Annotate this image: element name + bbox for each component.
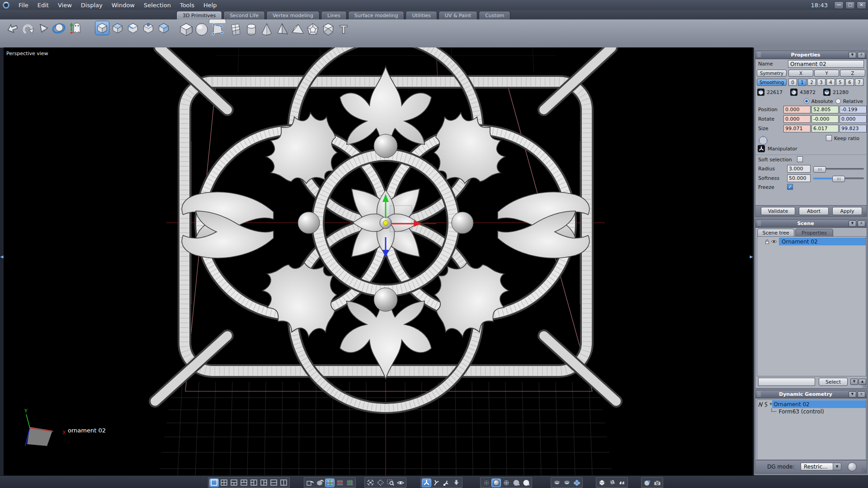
scene-tree-area[interactable]: Ornament 02 [757,236,866,376]
position-x-input[interactable] [783,106,811,113]
radius-slider-handle[interactable] [813,166,826,173]
volume-snap-icon[interactable] [315,479,325,487]
left-panel-collapse-arrow[interactable]: ◀ [0,253,4,260]
panel-menu-arrow-icon[interactable]: ▼ [849,221,856,227]
absolute-radio[interactable] [804,99,809,104]
close-button[interactable]: ✕ [857,1,866,9]
smoothing-button[interactable]: Smoothing [757,79,787,86]
plane-icon[interactable] [228,22,242,37]
smoothing-level-7[interactable]: 7 [855,79,863,86]
undo-arrow-icon[interactable] [5,21,20,36]
menu-tools[interactable]: Tools [175,1,199,9]
panel-close-icon[interactable]: ✕ [858,52,865,58]
smoothing-level-0[interactable]: 0 [788,79,797,86]
collapsed-geometry-icon[interactable] [607,479,617,487]
geosphere-icon[interactable] [306,22,320,37]
perspective-viewport[interactable]: Y X ornament 02 Perspective view [4,47,753,475]
minimize-button[interactable]: — [834,1,844,9]
radius-input[interactable] [787,165,811,173]
lock-icon[interactable] [764,239,770,244]
dg-mode-selector[interactable]: Restric... [801,463,833,470]
relative-radio[interactable] [835,99,841,104]
viewport-three-right-icon[interactable] [259,479,269,487]
tab-3d-primitives[interactable]: 3D Primitives [176,11,222,19]
size-z-input[interactable] [840,125,867,132]
radius-slider[interactable] [813,168,864,170]
dynamic-flash-icon[interactable] [758,402,763,407]
smoothing-level-3[interactable]: 3 [817,79,826,86]
pyramid2-icon[interactable] [290,22,305,37]
scene-filter-input[interactable] [758,378,815,386]
select-button[interactable]: Select [819,378,848,386]
drop-tool-icon[interactable] [452,479,461,487]
menu-edit[interactable]: Edit [33,1,53,9]
smoothing-level-2[interactable]: 2 [807,79,816,86]
rotate-z-input[interactable] [840,115,867,123]
face-snap-icon[interactable] [305,479,315,487]
cylinder-icon[interactable] [244,22,259,37]
menu-view[interactable]: View [53,1,76,9]
viewport-three-left-icon[interactable] [249,479,259,487]
text-3d-icon[interactable]: T [336,22,351,37]
instance-geometry-icon[interactable] [617,479,627,487]
properties-panel-header[interactable]: Properties ▼ ✕ [755,51,867,59]
softness-input[interactable] [787,174,811,182]
move-manipulator-icon[interactable] [422,479,431,487]
grid-snap-icon[interactable] [325,479,335,487]
smoothing-level-4[interactable]: 4 [826,79,835,86]
viewport-three-top-icon[interactable] [229,479,239,487]
panel-grip-icon[interactable] [757,221,761,226]
viewport-two-vertical-icon[interactable] [279,479,288,487]
pyramid-icon[interactable] [275,22,289,37]
rotate-y-input[interactable] [811,115,839,123]
grid-y-icon[interactable] [345,479,354,487]
softness-slider[interactable] [813,178,864,179]
position-z-input[interactable] [840,106,867,113]
pick-cone-icon[interactable] [36,21,51,36]
eye-icon[interactable] [771,239,777,244]
dg-tree-area[interactable]: ▼ Ornament 02 └─ Form63 (control) [757,399,866,460]
full-geometry-icon[interactable] [597,479,607,487]
scene-tree-tab[interactable]: Scene tree [757,229,794,236]
position-y-input[interactable] [811,106,839,113]
viewport-three-bottom-icon[interactable] [239,479,249,487]
dg-sphere-button[interactable] [848,462,857,471]
orbit-sphere-icon[interactable] [52,21,66,36]
symmetry-y-button[interactable]: Y [814,70,839,77]
rotate-manipulator-icon[interactable] [432,479,441,487]
select-object-icon[interactable] [95,21,109,35]
scene-panel-header[interactable]: Scene ▼ ✕ [755,220,867,228]
panel-close-icon[interactable]: ✕ [858,391,865,398]
tab-second-life[interactable]: Second Life [223,11,265,19]
ornament-mesh[interactable] [155,47,616,408]
select-edge-icon[interactable] [126,21,140,35]
manipulator-center[interactable] [383,221,388,225]
size-x-input[interactable] [783,125,811,132]
symmetry-button[interactable]: Symmetry [757,70,787,77]
dynamic-geometry-header[interactable]: Dynamic Geometry ▼ ✕ [755,390,867,399]
panel-menu-arrow-icon[interactable]: ▼ [849,52,856,58]
viewport-two-horizontal-icon[interactable] [269,479,278,487]
tab-uv-paint[interactable]: UV & Paint [439,11,477,19]
smooth-shaded-icon[interactable] [521,479,531,487]
snapshot-camera-icon[interactable] [652,479,662,487]
rotate-x-input[interactable] [783,115,811,123]
menu-file[interactable]: File [14,1,33,9]
grid-x-icon[interactable] [335,479,344,487]
sphere-icon[interactable] [194,22,209,37]
smoothing-level-1[interactable]: 1 [798,79,807,86]
panel-menu-arrow-icon[interactable]: ▼ [849,391,856,398]
shaded-wireframe-icon[interactable] [501,479,511,487]
menu-selection[interactable]: Selection [139,1,175,9]
scale-manipulator-icon[interactable] [442,479,451,487]
viewport-quad-icon[interactable] [219,479,229,487]
select-point-icon[interactable] [141,21,156,35]
panel-resize-grip[interactable] [862,468,866,473]
wireframe-icon[interactable] [481,479,491,487]
panel-close-icon[interactable]: ✕ [858,221,865,227]
right-panel-collapse-arrow[interactable]: ▶ [750,253,753,260]
panel-grip-icon[interactable] [757,52,761,57]
tab-surface-modeling[interactable]: Surface modeling [348,11,405,19]
scene-properties-tab[interactable]: Properties [795,229,833,236]
dg-item-form63[interactable]: Form63 (control) [778,408,824,415]
